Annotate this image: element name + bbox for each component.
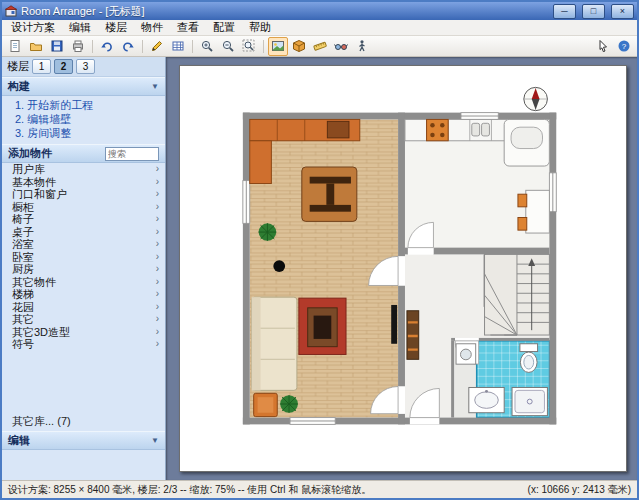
minimize-button[interactable]: ─ [553, 4, 576, 19]
menu-edit[interactable]: 编辑 [62, 20, 98, 35]
toolbar: ? [2, 36, 637, 57]
category-item[interactable]: 浴室› [2, 238, 165, 251]
category-item[interactable]: 其它3D造型› [2, 326, 165, 339]
category-item[interactable]: 椅子› [2, 213, 165, 226]
category-item[interactable]: 门口和窗户› [2, 188, 165, 201]
plant[interactable] [259, 223, 277, 240]
bathroom-sink[interactable] [469, 387, 504, 412]
category-item[interactable]: 用户库› [2, 163, 165, 176]
category-item[interactable]: 橱柜› [2, 201, 165, 214]
new-button[interactable] [5, 37, 25, 56]
category-item[interactable]: 楼梯› [2, 288, 165, 301]
redo-button[interactable] [118, 37, 138, 56]
menu-options[interactable]: 配置 [206, 20, 242, 35]
armchair[interactable] [254, 393, 278, 416]
build-step-adjust-rooms[interactable]: 3. 房间调整 [15, 127, 165, 140]
chevron-right-icon: › [156, 338, 159, 351]
app-icon [5, 5, 17, 17]
help-button[interactable]: ? [614, 37, 634, 56]
library-panel [2, 351, 165, 413]
compass[interactable] [524, 87, 548, 110]
floor-tab-2[interactable]: 2 [54, 59, 73, 74]
zoom-all-icon [242, 39, 256, 53]
fireplace[interactable] [299, 298, 346, 354]
help-icon: ? [617, 39, 631, 53]
edit-section-header[interactable]: 编辑 ▼ [2, 431, 165, 450]
stool[interactable] [273, 260, 285, 272]
view-3d-button[interactable] [289, 37, 309, 56]
chevron-right-icon: › [156, 176, 159, 189]
sofa[interactable] [252, 297, 297, 390]
zoom-all-button[interactable] [239, 37, 259, 56]
category-item[interactable]: 卧室› [2, 251, 165, 264]
other-libraries-link[interactable]: 其它库... (7) [2, 412, 165, 431]
menu-floor[interactable]: 楼层 [98, 20, 134, 35]
redo-icon [121, 39, 135, 53]
pointer-icon [596, 39, 610, 53]
new-document-icon [8, 39, 22, 53]
maximize-button[interactable]: □ [582, 4, 605, 19]
measure-button[interactable] [310, 37, 330, 56]
floor-tab-1[interactable]: 1 [32, 59, 51, 74]
open-button[interactable] [26, 37, 46, 56]
build-step-new-project[interactable]: 1. 开始新的工程 [15, 99, 165, 112]
window [461, 113, 498, 120]
title-bar[interactable]: Room Arranger - [无标题] ─ □ × [2, 2, 637, 20]
app-window: Room Arranger - [无标题] ─ □ × 设计方案 编辑 楼层 物… [0, 0, 639, 500]
toolbar-separator [142, 40, 143, 53]
zoom-in-button[interactable] [197, 37, 217, 56]
floor-tab-3[interactable]: 3 [76, 59, 95, 74]
save-button[interactable] [47, 37, 67, 56]
menu-view[interactable]: 查看 [170, 20, 206, 35]
print-button[interactable] [68, 37, 88, 56]
staircase[interactable] [485, 254, 550, 335]
plant[interactable] [280, 395, 298, 412]
zoom-out-button[interactable] [218, 37, 238, 56]
category-item[interactable]: 花园› [2, 301, 165, 314]
toilet[interactable] [520, 344, 538, 373]
shower[interactable] [512, 387, 547, 415]
toolbar-separator [192, 40, 193, 53]
dining-table[interactable] [302, 167, 357, 221]
washing-machine[interactable] [456, 344, 476, 364]
show-objects-button[interactable] [268, 37, 288, 56]
corner-cabinet[interactable] [504, 119, 549, 166]
menu-design[interactable]: 设计方案 [4, 20, 62, 35]
chevron-down-icon: ▼ [151, 436, 159, 445]
walk-through-button[interactable] [352, 37, 372, 56]
glasses-3d-button[interactable] [331, 37, 351, 56]
tv[interactable] [391, 305, 397, 344]
edit-walls-button[interactable] [147, 37, 167, 56]
add-objects-header[interactable]: 添加物件 [2, 144, 165, 163]
plan-page[interactable] [179, 65, 627, 472]
category-item[interactable]: 符号› [2, 338, 165, 351]
close-button[interactable]: × [611, 4, 634, 19]
picture-icon [271, 39, 285, 53]
chevron-right-icon: › [156, 288, 159, 301]
menu-help[interactable]: 帮助 [242, 20, 278, 35]
drawing-canvas[interactable] [166, 57, 637, 480]
sidebar: 楼层 1 2 3 构建 ▼ 1. 开始新的工程 2. 编辑墙壁 3. 房间调整 … [2, 57, 166, 480]
svg-text:?: ? [622, 42, 627, 51]
pointer-tool-button[interactable] [593, 37, 613, 56]
category-item[interactable]: 其它› [2, 313, 165, 326]
category-item[interactable]: 厨房› [2, 263, 165, 276]
shelf[interactable] [407, 311, 419, 360]
build-section-header[interactable]: 构建 ▼ [2, 77, 165, 96]
chevron-right-icon: › [156, 326, 159, 339]
category-item[interactable]: 其它物件› [2, 276, 165, 289]
search-input[interactable] [105, 147, 159, 161]
undo-button[interactable] [97, 37, 117, 56]
build-steps: 1. 开始新的工程 2. 编辑墙壁 3. 房间调整 [2, 96, 165, 144]
chevron-down-icon: ▼ [151, 82, 159, 91]
grid-button[interactable] [168, 37, 188, 56]
build-step-edit-walls[interactable]: 2. 编辑墙壁 [15, 113, 165, 126]
category-item[interactable]: 基本物件› [2, 176, 165, 189]
floor-label: 楼层 [7, 59, 29, 74]
status-left: 设计方案: 8255 × 8400 毫米, 楼层: 2/3 -- 缩放: 75%… [8, 483, 371, 497]
toolbar-separator [92, 40, 93, 53]
chevron-right-icon: › [156, 301, 159, 314]
menu-object[interactable]: 物件 [134, 20, 170, 35]
category-item[interactable]: 桌子› [2, 226, 165, 239]
3d-glasses-icon [334, 39, 348, 53]
